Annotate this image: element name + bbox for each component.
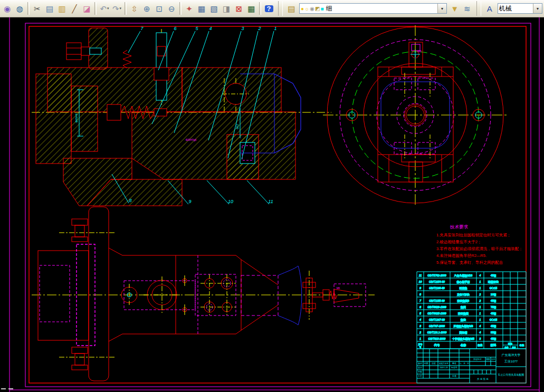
pan-icon[interactable]: ⇳ (128, 2, 141, 15)
toolbar-separator (259, 2, 261, 15)
quick-select-icon[interactable]: ✦ (183, 2, 196, 15)
svg-text:工业1077: 工业1077 (504, 359, 518, 363)
layer-combo-state-icons: ●☼◉◩■ (300, 6, 325, 12)
zoom-realtime-icon[interactable]: ⊕ (141, 2, 154, 15)
svg-text:GCr15: GCr15 (490, 318, 498, 321)
svg-text:6: 6 (174, 26, 176, 31)
dropdown-arrow-icon[interactable]: ▾ (107, 6, 109, 11)
svg-text:标记: 标记 (418, 362, 422, 365)
svg-text:45钢: 45钢 (491, 324, 497, 328)
text-style-icon: A (487, 5, 492, 13)
etransmit-icon[interactable]: ◉ (1, 2, 14, 15)
layer-combo[interactable]: ●☼◉◩■细▼ (299, 3, 447, 14)
svg-text:共 张 第 张: 共 张 第 张 (477, 378, 489, 380)
table-icon[interactable]: ▦ (195, 2, 208, 15)
svg-text:10: 10 (228, 199, 233, 204)
toolbar-separator (27, 2, 30, 15)
cut-icon[interactable]: ✂ (31, 2, 44, 15)
svg-text:1: 1 (480, 280, 481, 283)
calculator-icon[interactable]: ▦ (245, 2, 257, 15)
match-properties-icon[interactable]: ╱ (68, 2, 81, 15)
style-combo[interactable]: 机械▼ (498, 3, 542, 14)
render-icon[interactable]: ◨ (220, 2, 233, 15)
svg-text:9: 9 (188, 199, 191, 204)
publish-web-icon[interactable]: ◍ (14, 2, 26, 15)
make-layer-current-icon[interactable]: ▼ (448, 2, 461, 15)
copy-icon[interactable]: ▤ (43, 2, 56, 15)
cad-application-window: { "toolbar": { "sections": [ {"type":"ic… (0, 0, 544, 392)
svg-text:45钢: 45钢 (491, 337, 497, 340)
undo-icon[interactable]: ↶▾ (98, 2, 111, 15)
svg-text:工艺: 工艺 (418, 375, 422, 377)
svg-text:7: 7 (419, 299, 422, 302)
svg-text:2: 2 (419, 331, 421, 334)
svg-text:开槽盘头螺钉M3: 开槽盘头螺钉M3 (454, 324, 473, 328)
svg-text:4.未注铸造圆角半径R2—R5.: 4.未注铸造圆角半径R2—R5. (436, 253, 486, 258)
help-icon[interactable]: ? (263, 2, 275, 15)
layer-previous-icon[interactable]: ≋ (461, 2, 473, 15)
toolbar-separator (125, 2, 127, 15)
drawing-canvas[interactable]: 7654321891011 技术要求1.夹具安装到位后圆柱销定位时方可夹紧；2.… (0, 17, 544, 392)
style-combo-dropdown-arrow[interactable]: ▼ (533, 4, 542, 13)
svg-text:10钢: 10钢 (491, 293, 497, 296)
svg-text:Φ65H8: Φ65H8 (75, 113, 78, 123)
svg-text:车止口专用夹具装配图: 车止口专用夹具装配图 (498, 373, 524, 377)
svg-text:2: 2 (479, 293, 481, 296)
svg-text:重量: 重量 (508, 342, 512, 345)
render-icon: ◨ (223, 5, 230, 13)
svg-text:材料: 材料 (490, 343, 497, 347)
toolbar-section-divider (278, 1, 283, 16)
markup-icon[interactable]: ⊠ (233, 2, 245, 15)
svg-text:2: 2 (479, 299, 481, 302)
flange-bolt-top (72, 219, 88, 242)
sheet-set-icon[interactable]: ▧ (208, 2, 221, 15)
svg-text:3: 3 (419, 324, 422, 328)
technical-notes: 技术要求1.夹具安装到位后圆柱销定位时方可夹紧；2.棱边相错量应不大于2；3.零… (436, 224, 523, 265)
svg-text:45钢: 45钢 (491, 299, 497, 302)
svg-text:45钢: 45钢 (491, 274, 497, 277)
svg-text:4: 4 (419, 318, 421, 321)
layer-manager-icon[interactable]: ▤ (285, 2, 298, 15)
svg-text:6: 6 (419, 305, 422, 309)
svg-text:M6: M6 (337, 287, 340, 290)
svg-text:75钢: 75钢 (491, 305, 497, 309)
svg-text:总计: 总计 (511, 346, 516, 349)
layer-previous-icon: ≋ (464, 5, 471, 13)
svg-text:偏心轮手柄: 偏心轮手柄 (456, 280, 470, 284)
text-style-icon[interactable]: A (483, 2, 496, 15)
svg-text:十字槽盘头螺钉M5: 十字槽盘头螺钉M5 (452, 337, 474, 340)
match-properties-icon: ╱ (72, 5, 77, 13)
paste-icon[interactable]: ▥ (56, 2, 69, 15)
svg-text:11: 11 (268, 199, 273, 204)
svg-text:GB/T1168-89: GB/T1168-89 (429, 286, 445, 290)
zoom-window-icon[interactable]: ⊡ (153, 2, 166, 15)
svg-text:GB/T8829-1999: GB/T8829-1999 (427, 305, 446, 309)
svg-text:球墨铸铁: 球墨铸铁 (488, 280, 499, 283)
svg-text:序号: 序号 (418, 343, 423, 346)
svg-text:分区: 分区 (432, 362, 436, 365)
zoom-previous-icon[interactable]: ⊖ (166, 2, 178, 15)
redo-icon[interactable]: ↷▾ (111, 2, 123, 15)
layer-on-bulb-icon: ● (301, 6, 304, 12)
svg-text:比例: 比例 (491, 358, 495, 360)
layer-plot-icon: ◉ (310, 6, 314, 12)
erase-icon: ◪ (83, 5, 91, 13)
svg-text:1: 1 (480, 312, 481, 315)
layer-combo-dropdown-arrow[interactable]: ▼ (437, 4, 446, 13)
erase-icon[interactable]: ◪ (81, 2, 93, 15)
etransmit-icon: ◉ (4, 5, 11, 13)
svg-text:年、月、日: 年、月、日 (460, 362, 469, 365)
cut-icon: ✂ (34, 5, 41, 13)
svg-text:1: 1 (480, 286, 481, 290)
quick-select-icon: ✦ (186, 5, 193, 13)
paste-icon: ▥ (59, 5, 66, 13)
table-icon: ▦ (198, 5, 205, 13)
svg-text:设计: 设计 (418, 366, 422, 369)
svg-text:广东海洋大学: 广东海洋大学 (502, 353, 521, 357)
stud (154, 33, 169, 100)
parts-list-table: 11GB/T5782-2000六角头螺栓M16445钢10GB/T2254-80… (417, 272, 526, 349)
dropdown-arrow-icon[interactable]: ▾ (120, 6, 122, 11)
svg-text:45钢: 45钢 (491, 312, 497, 315)
svg-text:Φ12: Φ12 (236, 124, 239, 129)
svg-text:35钢: 35钢 (491, 331, 497, 334)
